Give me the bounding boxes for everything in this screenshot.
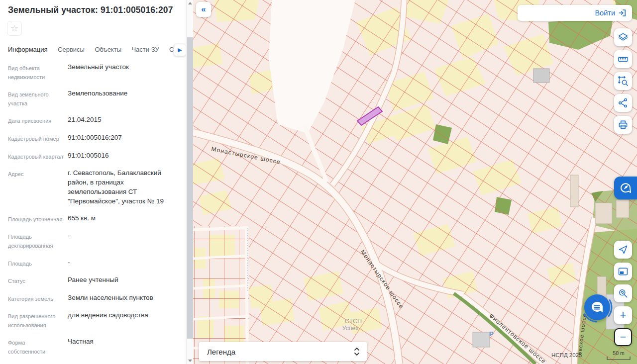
area-search-button[interactable] <box>614 72 632 90</box>
legend-toggle[interactable]: Легенда <box>199 342 367 361</box>
field-value: Ранее учтенный <box>64 275 177 286</box>
field-row: Вид земельного участка Землепользование <box>0 89 186 108</box>
field-row: Площадь декларированная - <box>0 231 186 250</box>
field-value: 655 кв. м <box>64 214 177 224</box>
overview-map-button[interactable] <box>614 263 632 280</box>
zoom-to-object-button[interactable] <box>614 284 632 302</box>
chatbot-fab-wrap <box>581 291 613 323</box>
tab-bar: Информация Сервисы Объекты Части ЗУ Сост… <box>0 43 186 58</box>
field-row: Дата присвоения 21.04.2015 <box>0 115 186 126</box>
login-icon <box>618 8 627 17</box>
scroll-down-arrow-icon[interactable] <box>187 357 194 364</box>
tab-objects[interactable]: Объекты <box>95 43 121 58</box>
field-value: Земельный участок <box>64 63 177 82</box>
double-chevron-left-icon: « <box>201 4 206 14</box>
field-label: Статус <box>8 275 64 286</box>
share-icon <box>618 97 629 108</box>
legend-label: Легенда <box>207 348 235 356</box>
star-icon: ☆ <box>10 23 18 33</box>
measure-button[interactable] <box>614 50 632 68</box>
favorite-button[interactable]: ☆ <box>7 21 22 36</box>
field-row: Кадастровый номер 91:01:005016:207 <box>0 133 186 144</box>
nspd-cadastral-app: Земельный участок: 91:01:005016:207 ☆ Ин… <box>0 0 637 364</box>
plus-icon: + <box>620 310 627 321</box>
field-value: - <box>64 231 177 250</box>
field-value: 21.04.2015 <box>64 115 177 126</box>
attribution: НСПД 2025 <box>551 352 582 358</box>
expand-collapse-icon <box>354 347 360 356</box>
svg-text:СТСН: СТСН <box>345 318 362 325</box>
field-row: Адрес г. Севастополь, Балаклавский район… <box>0 169 186 206</box>
chat-bubble-icon <box>590 300 604 314</box>
field-value: Землепользование <box>64 89 177 108</box>
panel-scrollbar[interactable] <box>186 0 193 364</box>
field-row: Статус Ранее учтенный <box>0 275 186 286</box>
field-row: Категория земель Земли населенных пункто… <box>0 293 186 304</box>
location-arrow-icon <box>618 244 629 255</box>
field-list: Вид объекта недвижимости Земельный участ… <box>0 63 186 364</box>
field-row: Вид объекта недвижимости Земельный участ… <box>0 63 186 82</box>
field-value: - <box>64 258 177 269</box>
field-label: Категория земель <box>8 293 64 304</box>
login-label: Войти <box>595 9 615 17</box>
my-location-button[interactable] <box>614 241 632 259</box>
area-search-icon <box>618 76 629 87</box>
map-canvas[interactable]: Монастырское шоссе Монастырское шоссе Фи… <box>193 0 637 364</box>
field-label: Вид объекта недвижимости <box>8 63 64 82</box>
overview-map-icon <box>618 266 629 277</box>
field-value: 91:01:005016 <box>64 151 177 162</box>
layers-icon <box>618 32 629 43</box>
svg-text:50 m: 50 m <box>613 350 625 356</box>
field-label: Дата присвоения <box>8 115 64 126</box>
field-label: Кадастровый квартал <box>8 151 64 162</box>
minus-icon: − <box>620 332 627 343</box>
field-label: Вид разрешенного использования <box>8 311 64 330</box>
field-row: Кадастровый квартал 91:01:005016 <box>0 151 186 162</box>
printer-icon <box>618 119 629 130</box>
field-row: Площадь - <box>0 258 186 269</box>
share-button[interactable] <box>614 94 632 112</box>
field-value: Частная <box>64 337 177 356</box>
zoom-to-object-icon <box>618 288 629 299</box>
print-button[interactable] <box>614 116 632 134</box>
field-label: Площадь <box>8 258 64 269</box>
scrollbar-thumb[interactable] <box>187 37 193 339</box>
layers-button[interactable] <box>614 28 632 46</box>
scroll-up-arrow-icon[interactable] <box>187 0 194 7</box>
tab-parts[interactable]: Части ЗУ <box>131 43 159 58</box>
field-value: 91:01:005016:207 <box>64 133 177 144</box>
field-label: Площадь уточненная <box>8 214 64 224</box>
field-label: Кадастровый номер <box>8 133 64 144</box>
ruler-icon <box>618 54 629 65</box>
page-title: Земельный участок: 91:01:005016:207 <box>0 0 186 15</box>
field-label: Площадь декларированная <box>8 231 64 250</box>
field-label: Форма собственности <box>8 337 64 356</box>
field-row: Вид разрешенного использования для веден… <box>0 311 186 330</box>
field-label: Вид земельного участка <box>8 89 64 108</box>
zoom-out-button[interactable]: − <box>614 328 632 346</box>
svg-text:Успех: Успех <box>342 325 359 332</box>
field-value: г. Севастополь, Балаклавский район, в гр… <box>64 169 177 206</box>
collapse-panel-button[interactable]: « <box>196 2 211 17</box>
field-value: Земли населенных пунктов <box>64 293 177 304</box>
tab-services[interactable]: Сервисы <box>58 43 85 58</box>
chatbot-button[interactable] <box>584 294 610 320</box>
tab-information[interactable]: Информация <box>8 43 48 58</box>
field-label: Адрес <box>8 169 64 206</box>
parking-icon: Р <box>489 330 494 338</box>
cadastral-map-layer: Монастырское шоссе Монастырское шоссе Фи… <box>193 0 637 364</box>
field-row: Площадь уточненная 655 кв. м <box>0 214 186 224</box>
login-bar[interactable]: Войти <box>518 5 632 21</box>
zoom-in-button[interactable]: + <box>614 306 632 324</box>
parcel-info-panel: Земельный участок: 91:01:005016:207 ☆ Ин… <box>0 0 186 364</box>
field-value: для ведения садоводства <box>64 311 177 330</box>
tabs-scroll-right-button[interactable]: ▶ <box>174 44 186 56</box>
chevron-right-icon: ▶ <box>178 47 182 53</box>
field-row: Форма собственности Частная <box>0 337 186 356</box>
feedback-widget-button[interactable] <box>614 177 637 199</box>
feedback-bubble-icon <box>619 182 632 194</box>
